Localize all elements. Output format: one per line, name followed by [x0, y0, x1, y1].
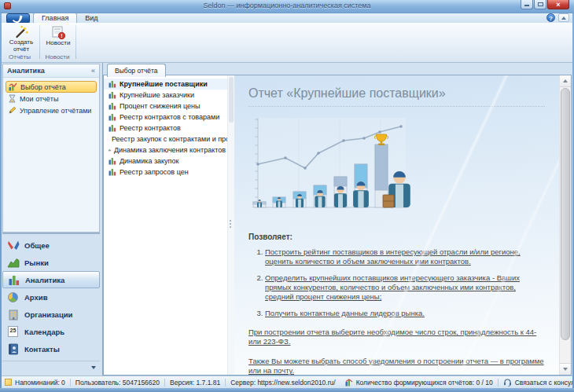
titlebar: Seldon — информационно-аналитическая сис…	[0, 0, 574, 13]
note-icon	[5, 379, 12, 386]
window-left-edge	[0, 13, 2, 392]
report-chart-icon	[109, 146, 111, 154]
create-report-label: Создать отчёт	[5, 39, 38, 53]
calendar-icon: 25	[6, 326, 20, 337]
report-list-item[interactable]: Реестр запросов цен	[104, 167, 227, 178]
report-list: Крупнейшие поставщики Крупнейшие заказчи…	[104, 75, 227, 375]
note-link[interactable]: Также Вы можете выбрать способ уведомлен…	[248, 357, 545, 375]
permits-list: Построить рейтинг поставщиков в интересу…	[248, 247, 545, 318]
maximize-button[interactable]	[534, 0, 546, 9]
report-label: Реестр контрактов с товарами	[120, 113, 219, 121]
reminders-status[interactable]: Напоминаний: 0	[5, 379, 65, 387]
ribbon-group-news-caption: Новости	[39, 53, 75, 61]
window-title: Seldon — информационно-аналитическая сис…	[203, 2, 370, 9]
report-chart-icon	[109, 91, 116, 99]
help-icon[interactable]: ?	[546, 13, 555, 22]
tab-home[interactable]: Главная	[33, 13, 77, 23]
minimize-button[interactable]	[521, 0, 533, 9]
content-scrollbar[interactable]	[559, 75, 571, 375]
pie-chart-icon	[6, 292, 20, 302]
permits-heading: Позволяет:	[248, 233, 545, 241]
content-scroll-thumb[interactable]	[561, 88, 570, 340]
contacts-book-icon	[6, 343, 20, 355]
permit-link[interactable]: Определить крупнейших поставщиков интере…	[265, 273, 520, 302]
nav-panel-title: Аналитика	[7, 67, 45, 75]
app-icon	[4, 2, 11, 9]
permit-item: Получить контактные данные лидеров рынка…	[265, 309, 545, 318]
building-icon	[6, 309, 20, 321]
report-label: Динамика закупок	[120, 157, 178, 165]
headset-icon	[503, 378, 512, 387]
collapse-ribbon-icon[interactable]	[558, 13, 569, 22]
news-label: Новости	[46, 40, 71, 47]
document-area: Крупнейшие поставщики Крупнейшие заказчи…	[103, 75, 572, 376]
report-label: Реестр запросов цен	[120, 168, 189, 176]
sidebar-module-contacts[interactable]: Контакты	[2, 340, 100, 357]
news-icon: !	[51, 25, 66, 40]
sidebar-item-my-reports[interactable]: Мои отчёты	[6, 93, 97, 104]
market-chart-icon	[6, 257, 20, 269]
user-status: Пользователь: 5047156620	[75, 379, 160, 387]
report-label: Реестр контрактов	[120, 124, 181, 132]
report-list-item[interactable]: Крупнейшие заказчики	[104, 90, 227, 101]
line-chart-icon	[9, 82, 17, 91]
report-chart-icon	[109, 168, 116, 176]
sidebar-footer	[2, 361, 100, 374]
permit-link[interactable]: Построить рейтинг поставщиков в интересу…	[265, 247, 521, 266]
analytics-bars-icon	[7, 274, 20, 286]
pencil-icon	[8, 106, 17, 115]
minimize-icon	[524, 5, 529, 6]
create-report-button[interactable]: Создать отчёт	[5, 25, 38, 52]
report-description-pane: Отчет «Крупнейшие поставщики»	[234, 75, 559, 375]
collapse-panel-icon[interactable]: «	[91, 67, 95, 75]
sidebar-module-calendar[interactable]: 25 Календарь	[2, 323, 100, 340]
report-list-item[interactable]: Реестр контрактов с товарами	[104, 112, 227, 123]
maximize-icon	[538, 2, 543, 6]
sidebar-item-report-select[interactable]: Выбор отчёта	[6, 81, 97, 93]
report-list-item[interactable]: Реестр контрактов	[104, 123, 227, 134]
report-list-item[interactable]: Крупнейшие поставщики	[104, 79, 227, 90]
report-label: Крупнейшие поставщики	[120, 80, 208, 88]
window-bottom-edge	[0, 388, 574, 392]
report-label: Крупнейшие заказчики	[120, 91, 194, 99]
sidebar-item-manage-reports[interactable]: Управление отчётами	[6, 104, 97, 116]
configure-buttons-icon[interactable]	[91, 366, 96, 369]
ribbon: Создать отчёт ! Новости Отчёты Новости	[0, 23, 574, 63]
close-button[interactable]: ×	[547, 0, 569, 9]
report-chart-icon	[109, 102, 116, 110]
report-chart-icon	[109, 157, 116, 165]
analytics-nav-panel: Аналитика « Выбор отчёта	[2, 64, 100, 233]
sidebar-module-archive[interactable]: Архив	[2, 288, 100, 306]
consultant-link[interactable]: Связаться с консультантом	[503, 378, 574, 387]
permit-item: Построить рейтинг поставщиков в интересу…	[265, 247, 545, 267]
sidebar-module-general[interactable]: Общее	[2, 236, 100, 254]
mini-chart-icon	[345, 379, 353, 387]
document-tab[interactable]: Выбор отчёта	[107, 64, 166, 77]
permit-link[interactable]: Получить контактные данные лидеров рынка…	[265, 309, 425, 317]
magic-wand-icon	[14, 25, 28, 39]
module-list: Общее Рынки Аналитика	[2, 233, 100, 357]
report-list-item[interactable]: Динамика закупок	[104, 156, 227, 167]
ribbon-group-reports-caption: Отчёты	[0, 53, 39, 61]
sidebar-module-markets[interactable]: Рынки	[2, 254, 100, 271]
news-button[interactable]: ! Новости	[42, 25, 75, 52]
splitter-handle[interactable]	[230, 220, 231, 228]
scroll-down-icon[interactable]	[560, 363, 571, 375]
note-link[interactable]: При построении отчета выберите необходим…	[248, 328, 545, 347]
report-list-item[interactable]: Процент снижения цены	[104, 101, 227, 112]
sidebar-module-organizations[interactable]: Организации	[2, 306, 100, 323]
statusbar: Напоминаний: 0 Пользователь: 5047156620 …	[0, 376, 574, 388]
sidebar: Аналитика « Выбор отчёта	[0, 62, 103, 376]
sidebar-module-analytics[interactable]: Аналитика	[2, 271, 100, 288]
scroll-up-icon[interactable]	[560, 75, 571, 87]
tab-view[interactable]: Вид	[77, 13, 105, 23]
report-illustration	[244, 113, 545, 222]
report-list-item[interactable]: Реестр закупок с контрактами и протокола…	[104, 134, 227, 145]
report-list-item[interactable]: Динамика заключения контрактов	[104, 145, 227, 156]
server-status: Сервер: https://new.seldon2010.ru/	[230, 379, 335, 387]
forming-reports-status[interactable]: Количество формирующихся отчётов: 0 / 10	[345, 379, 493, 387]
svg-text:!: !	[61, 33, 62, 38]
report-chart-icon	[109, 124, 116, 132]
permit-item: Определить крупнейших поставщиков интере…	[265, 273, 545, 302]
report-list-scroll-thumb[interactable]	[229, 77, 234, 123]
